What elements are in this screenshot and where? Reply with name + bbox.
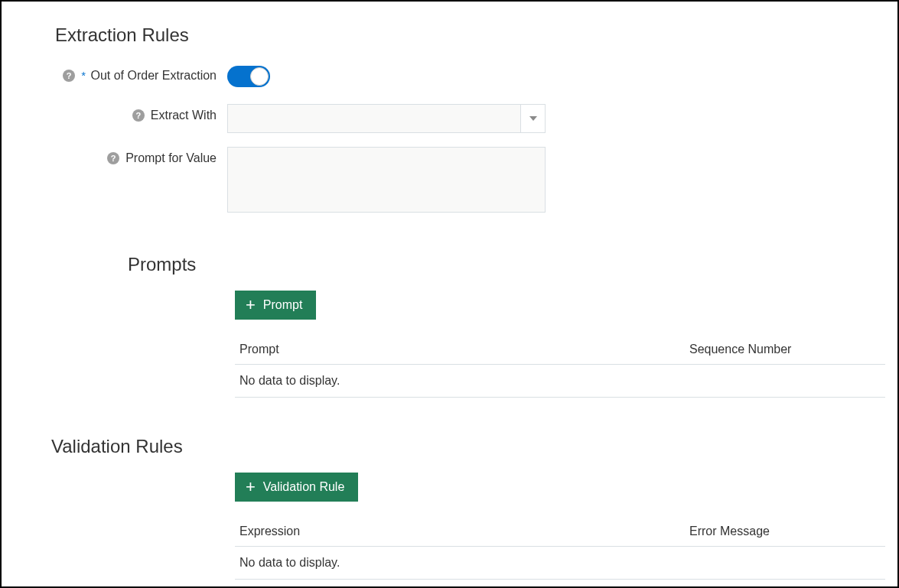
toggle-thumb	[250, 67, 269, 86]
help-icon[interactable]: ?	[63, 70, 75, 82]
add-validation-label: Validation Rule	[263, 480, 344, 494]
prompts-section: + Prompt Prompt Sequence Number No data …	[235, 291, 890, 398]
out-of-order-row: ? * Out of Order Extraction	[9, 64, 890, 90]
extract-with-row: ? Extract With	[9, 104, 890, 133]
extract-with-dropdown-button[interactable]	[521, 104, 546, 133]
validation-table: Expression Error Message No data to disp…	[235, 517, 885, 580]
required-indicator: *	[81, 69, 86, 82]
prompt-for-value-row: ? Prompt for Value	[9, 147, 890, 216]
prompts-table: Prompt Sequence Number No data to displa…	[235, 335, 885, 398]
validation-section: + Validation Rule Expression Error Messa…	[235, 473, 890, 580]
validation-col-expression: Expression	[239, 525, 689, 538]
form-container: Extraction Rules ? * Out of Order Extrac…	[0, 0, 899, 588]
validation-empty-row: No data to display.	[235, 547, 885, 580]
validation-table-header: Expression Error Message	[235, 517, 885, 547]
help-icon[interactable]: ?	[107, 152, 119, 164]
extraction-rules-title: Extraction Rules	[55, 24, 890, 46]
extract-with-label: Extract With	[151, 109, 217, 122]
validation-col-error: Error Message	[689, 525, 881, 538]
help-icon[interactable]: ?	[132, 109, 145, 122]
plus-icon: +	[246, 479, 256, 495]
extract-with-input[interactable]	[227, 104, 521, 133]
add-validation-rule-button[interactable]: + Validation Rule	[235, 473, 358, 502]
prompts-table-header: Prompt Sequence Number	[235, 335, 885, 365]
out-of-order-label-col: ? * Out of Order Extraction	[9, 64, 227, 83]
add-prompt-label: Prompt	[263, 298, 303, 312]
prompt-for-value-textarea[interactable]	[227, 147, 546, 213]
extract-with-select[interactable]	[227, 104, 546, 133]
prompts-title: Prompts	[128, 254, 890, 275]
prompt-for-value-label: Prompt for Value	[125, 151, 217, 165]
prompts-col-sequence: Sequence Number	[689, 343, 881, 356]
add-prompt-button[interactable]: + Prompt	[235, 291, 316, 320]
plus-icon: +	[246, 297, 256, 313]
out-of-order-toggle[interactable]	[227, 66, 270, 87]
out-of-order-label: Out of Order Extraction	[90, 69, 217, 82]
prompts-col-prompt: Prompt	[239, 343, 689, 356]
chevron-down-icon	[529, 116, 537, 121]
prompt-for-value-label-col: ? Prompt for Value	[9, 147, 227, 165]
extract-with-label-col: ? Extract With	[9, 104, 227, 122]
prompts-empty-row: No data to display.	[235, 365, 885, 398]
validation-rules-title: Validation Rules	[51, 436, 890, 457]
